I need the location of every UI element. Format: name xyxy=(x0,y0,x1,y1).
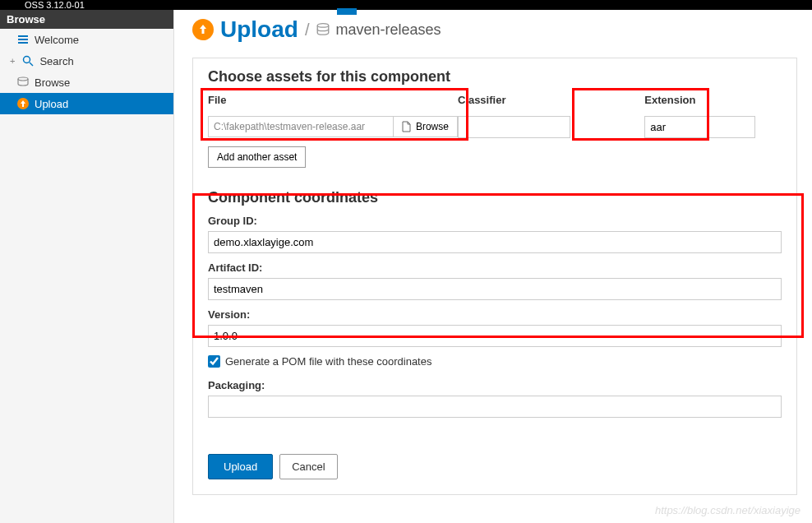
sidebar-item-label: Browse xyxy=(35,76,70,89)
group-id-label: Group ID: xyxy=(208,215,782,227)
version-input[interactable] xyxy=(208,325,782,347)
svg-point-7 xyxy=(318,24,330,28)
generate-pom-row: Generate a POM file with these coordinat… xyxy=(208,355,782,368)
repo-name-wrap: maven-releases xyxy=(316,21,441,39)
browse-button[interactable]: Browse xyxy=(394,116,458,137)
sidebar-item-upload[interactable]: Upload xyxy=(0,93,173,114)
breadcrumb-separator: / xyxy=(305,21,310,39)
artifact-id-label: Artifact ID: xyxy=(208,262,782,274)
upload-button[interactable]: Upload xyxy=(208,454,273,479)
sidebar: Browse Welcome + Search Browse Upload xyxy=(0,10,174,523)
upload-icon xyxy=(16,97,30,110)
svg-point-3 xyxy=(24,57,30,63)
browse-icon xyxy=(16,76,30,89)
svg-point-5 xyxy=(18,77,28,81)
repo-name: maven-releases xyxy=(335,21,441,39)
sidebar-item-welcome[interactable]: Welcome xyxy=(0,29,173,50)
svg-rect-2 xyxy=(18,42,28,44)
file-label: File xyxy=(208,94,458,106)
extension-label: Extension xyxy=(644,94,782,106)
sidebar-item-search[interactable]: + Search xyxy=(0,50,173,72)
asset-input-row: C:\fakepath\testmaven-release.aar Browse xyxy=(208,116,782,138)
add-asset-button[interactable]: Add another asset xyxy=(208,146,306,168)
upload-header-icon xyxy=(192,19,214,40)
classifier-label: Classifier xyxy=(458,94,570,106)
svg-line-4 xyxy=(30,62,33,66)
sidebar-item-label: Search xyxy=(39,55,73,67)
classifier-input[interactable] xyxy=(458,116,570,138)
browse-label: Browse xyxy=(416,121,449,132)
database-icon xyxy=(316,22,330,37)
generate-pom-checkbox[interactable] xyxy=(208,355,220,368)
extension-input[interactable] xyxy=(644,116,755,138)
coords-section-title: Component coordinates xyxy=(208,189,782,206)
welcome-icon xyxy=(16,33,30,46)
page-header: Upload / maven-releases xyxy=(192,16,797,43)
sidebar-item-label: Upload xyxy=(35,98,68,110)
svg-rect-1 xyxy=(18,39,28,40)
page-title: Upload xyxy=(220,16,298,43)
group-id-input[interactable] xyxy=(208,231,782,253)
artifact-id-input[interactable] xyxy=(208,278,782,300)
cancel-button[interactable]: Cancel xyxy=(279,454,337,479)
svg-rect-0 xyxy=(18,35,28,37)
assets-section-title: Choose assets for this component xyxy=(208,68,782,86)
packaging-label: Packaging: xyxy=(208,379,782,391)
search-icon xyxy=(21,54,35,67)
file-input-wrap: C:\fakepath\testmaven-release.aar Browse xyxy=(208,116,458,137)
sidebar-item-browse[interactable]: Browse xyxy=(0,72,173,93)
expand-icon[interactable]: + xyxy=(10,56,15,66)
packaging-input[interactable] xyxy=(208,396,782,418)
topbar: OSS 3.12.0-01 xyxy=(0,0,812,10)
asset-header-row: File Classifier Extension xyxy=(208,94,782,111)
sidebar-item-label: Welcome xyxy=(35,34,79,46)
button-row: Upload Cancel xyxy=(208,454,782,479)
coordinates-section: Component coordinates Group ID: Artifact… xyxy=(208,189,782,418)
generate-pom-label: Generate a POM file with these coordinat… xyxy=(225,355,431,368)
file-path-display: C:\fakepath\testmaven-release.aar xyxy=(208,116,394,137)
version-label: Version: xyxy=(208,308,782,321)
sidebar-title: Browse xyxy=(0,10,173,29)
upload-panel: Choose assets for this component File Cl… xyxy=(192,58,797,495)
file-icon xyxy=(402,121,412,132)
version-text: OSS 3.12.0-01 xyxy=(25,0,85,10)
content: Upload / maven-releases Choose assets fo… xyxy=(174,10,812,523)
watermark: https://blog.csdn.net/xiaxiayige xyxy=(655,504,800,516)
